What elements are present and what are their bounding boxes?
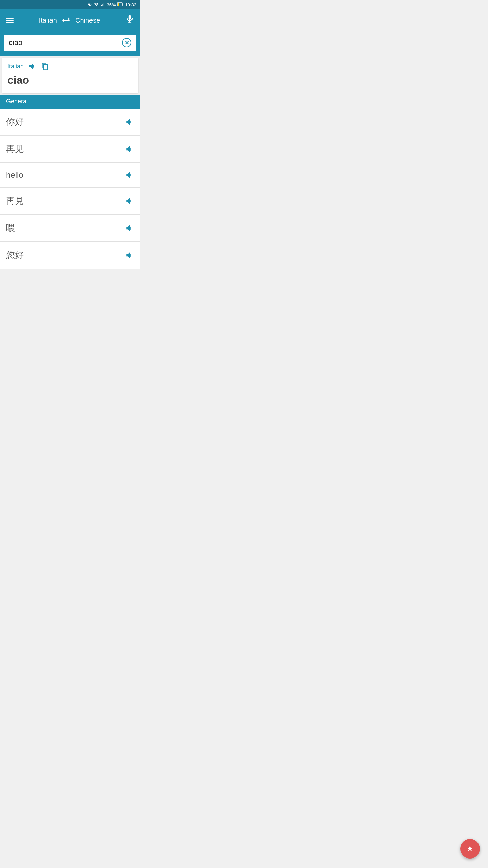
sound-button[interactable] xyxy=(125,145,134,154)
svg-rect-3 xyxy=(129,15,131,20)
battery-text: 36% xyxy=(107,2,116,7)
app-bar: Italian Chinese xyxy=(0,9,140,31)
battery-icon xyxy=(117,2,123,7)
translation-item: 再见 xyxy=(0,136,140,163)
item-text: 再见 xyxy=(6,143,24,155)
search-box: ✕ xyxy=(4,35,136,51)
time-text: 19:32 xyxy=(125,2,136,7)
copy-button[interactable] xyxy=(41,63,49,70)
sound-button[interactable] xyxy=(125,197,134,205)
card-header: Italian xyxy=(7,62,133,71)
sound-button[interactable] xyxy=(125,118,134,126)
status-icons: 36% 19:32 xyxy=(87,2,136,8)
item-text: 喂 xyxy=(6,222,15,234)
translation-item: 再見 xyxy=(0,188,140,215)
target-language[interactable]: Chinese xyxy=(75,17,100,24)
section-label: General xyxy=(6,98,28,105)
translation-item: hello xyxy=(0,163,140,188)
item-text: 你好 xyxy=(6,116,24,128)
item-text: 您好 xyxy=(6,249,24,261)
language-pair: Italian Chinese xyxy=(14,16,125,25)
item-text: 再見 xyxy=(6,195,24,207)
sound-button[interactable] xyxy=(125,171,134,179)
sound-button[interactable] xyxy=(125,251,134,260)
translation-item: 你好 xyxy=(0,108,140,136)
translation-item: 您好 xyxy=(0,242,140,269)
microphone-button[interactable] xyxy=(125,14,134,26)
speak-button[interactable] xyxy=(28,62,37,71)
card-language: Italian xyxy=(7,63,24,70)
source-language[interactable]: Italian xyxy=(39,17,57,24)
svg-rect-2 xyxy=(118,3,119,6)
status-bar: 36% 19:32 xyxy=(0,0,140,9)
svg-rect-1 xyxy=(123,3,123,5)
item-text: hello xyxy=(6,170,23,180)
wifi-icon xyxy=(94,2,99,8)
search-input[interactable] xyxy=(9,38,119,47)
translation-list: 你好 再见 hello 再見 喂 xyxy=(0,108,140,269)
section-header: General xyxy=(0,95,140,108)
signal-icon xyxy=(100,2,105,8)
translation-card: Italian ciao xyxy=(2,58,138,93)
sound-button[interactable] xyxy=(125,224,134,233)
search-container: ✕ xyxy=(0,31,140,56)
card-translation-text: ciao xyxy=(7,74,133,86)
clear-button[interactable]: ✕ xyxy=(122,38,131,47)
mute-icon xyxy=(87,2,92,8)
menu-button[interactable] xyxy=(6,18,14,23)
swap-languages-button[interactable] xyxy=(62,16,70,25)
translation-item: 喂 xyxy=(0,215,140,242)
